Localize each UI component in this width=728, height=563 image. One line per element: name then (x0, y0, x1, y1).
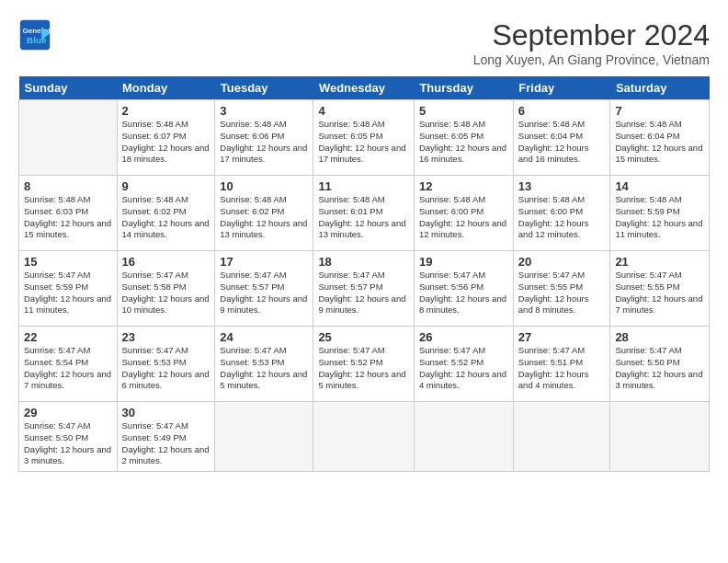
day-cell-14: 14 Sunrise: 5:48 AMSunset: 5:59 PMDaylig… (610, 176, 710, 251)
day-info: Sunrise: 5:48 AMSunset: 6:00 PMDaylight:… (518, 194, 606, 241)
day-number: 12 (419, 179, 508, 193)
day-cell-3: 3 Sunrise: 5:48 AMSunset: 6:06 PMDayligh… (215, 100, 313, 176)
day-number: 25 (318, 330, 409, 344)
day-cell-4: 4 Sunrise: 5:48 AMSunset: 6:05 PMDayligh… (313, 100, 415, 176)
day-info: Sunrise: 5:48 AMSunset: 5:59 PMDaylight:… (615, 194, 704, 241)
day-cell-17: 17 Sunrise: 5:47 AMSunset: 5:57 PMDaylig… (215, 251, 313, 327)
day-info: Sunrise: 5:48 AMSunset: 6:06 PMDaylight:… (220, 119, 308, 166)
day-info: Sunrise: 5:48 AMSunset: 6:00 PMDaylight:… (419, 194, 508, 241)
calendar-table: Sunday Monday Tuesday Wednesday Thursday… (18, 76, 710, 472)
day-cell-13: 13 Sunrise: 5:48 AMSunset: 6:00 PMDaylig… (513, 176, 610, 251)
day-info: Sunrise: 5:47 AMSunset: 5:53 PMDaylight:… (122, 345, 210, 392)
empty-cell (414, 402, 513, 472)
col-thursday: Thursday (414, 76, 513, 100)
empty-cell (513, 402, 610, 472)
logo: General Blue (18, 18, 51, 52)
day-info: Sunrise: 5:47 AMSunset: 5:55 PMDaylight:… (615, 270, 704, 316)
day-info: Sunrise: 5:48 AMSunset: 6:07 PMDaylight:… (122, 119, 210, 166)
week-row-3: 15 Sunrise: 5:47 AMSunset: 5:59 PMDaylig… (19, 251, 710, 327)
week-row-2: 8 Sunrise: 5:48 AMSunset: 6:03 PMDayligh… (19, 176, 710, 251)
col-tuesday: Tuesday (215, 76, 313, 100)
day-info: Sunrise: 5:48 AMSunset: 6:03 PMDaylight:… (24, 194, 112, 241)
week-row-5: 29 Sunrise: 5:47 AMSunset: 5:50 PMDaylig… (19, 402, 710, 472)
day-number: 24 (220, 330, 308, 344)
day-number: 23 (122, 330, 210, 344)
logo-icon: General Blue (18, 18, 51, 52)
day-cell-5: 5 Sunrise: 5:48 AMSunset: 6:05 PMDayligh… (414, 100, 513, 176)
day-number: 10 (220, 179, 308, 193)
day-number: 16 (122, 255, 210, 269)
col-saturday: Saturday (610, 76, 710, 100)
day-cell-19: 19 Sunrise: 5:47 AMSunset: 5:56 PMDaylig… (414, 251, 513, 327)
day-cell-25: 25 Sunrise: 5:47 AMSunset: 5:52 PMDaylig… (313, 327, 415, 402)
day-cell-24: 24 Sunrise: 5:47 AMSunset: 5:53 PMDaylig… (215, 327, 313, 402)
day-cell-16: 16 Sunrise: 5:47 AMSunset: 5:58 PMDaylig… (117, 251, 215, 327)
day-cell-23: 23 Sunrise: 5:47 AMSunset: 5:53 PMDaylig… (117, 327, 215, 402)
day-number: 17 (220, 255, 308, 269)
col-wednesday: Wednesday (313, 76, 415, 100)
empty-cell (215, 402, 313, 472)
day-number: 7 (615, 104, 704, 118)
day-info: Sunrise: 5:48 AMSunset: 6:05 PMDaylight:… (318, 119, 409, 166)
day-number: 5 (419, 104, 508, 118)
day-number: 26 (419, 330, 508, 344)
day-cell-22: 22 Sunrise: 5:47 AMSunset: 5:54 PMDaylig… (19, 327, 118, 402)
day-number: 8 (24, 179, 112, 193)
day-number: 29 (24, 406, 112, 419)
day-info: Sunrise: 5:47 AMSunset: 5:57 PMDaylight:… (220, 270, 308, 316)
col-friday: Friday (513, 76, 610, 100)
location-subtitle: Long Xuyen, An Giang Province, Vietnam (473, 52, 710, 67)
title-area: September 2024 Long Xuyen, An Giang Prov… (473, 18, 710, 67)
day-number: 20 (518, 255, 606, 269)
day-number: 18 (318, 255, 409, 269)
col-sunday: Sunday (19, 76, 118, 100)
week-row-4: 22 Sunrise: 5:47 AMSunset: 5:54 PMDaylig… (19, 327, 710, 402)
day-info: Sunrise: 5:48 AMSunset: 6:04 PMDaylight:… (615, 119, 704, 166)
day-info: Sunrise: 5:48 AMSunset: 6:02 PMDaylight:… (122, 194, 210, 241)
day-cell-15: 15 Sunrise: 5:47 AMSunset: 5:59 PMDaylig… (19, 251, 118, 327)
day-info: Sunrise: 5:47 AMSunset: 5:57 PMDaylight:… (318, 270, 409, 316)
empty-cell (313, 402, 415, 472)
day-cell-26: 26 Sunrise: 5:47 AMSunset: 5:52 PMDaylig… (414, 327, 513, 402)
day-number: 27 (518, 330, 606, 344)
day-cell-21: 21 Sunrise: 5:47 AMSunset: 5:55 PMDaylig… (610, 251, 710, 327)
day-number: 2 (122, 104, 210, 118)
day-cell-20: 20 Sunrise: 5:47 AMSunset: 5:55 PMDaylig… (513, 251, 610, 327)
header: General Blue September 2024 Long Xuyen, … (18, 18, 710, 67)
day-cell-11: 11 Sunrise: 5:48 AMSunset: 6:01 PMDaylig… (313, 176, 415, 251)
day-info: Sunrise: 5:47 AMSunset: 5:50 PMDaylight:… (24, 420, 112, 467)
day-cell-30: 30 Sunrise: 5:47 AMSunset: 5:49 PMDaylig… (117, 402, 215, 472)
day-cell-29: 29 Sunrise: 5:47 AMSunset: 5:50 PMDaylig… (19, 402, 118, 472)
day-info: Sunrise: 5:47 AMSunset: 5:52 PMDaylight:… (318, 345, 409, 392)
day-info: Sunrise: 5:47 AMSunset: 5:51 PMDaylight:… (518, 345, 606, 392)
day-cell-2: 2 Sunrise: 5:48 AMSunset: 6:07 PMDayligh… (117, 100, 215, 176)
day-number: 19 (419, 255, 508, 269)
day-info: Sunrise: 5:48 AMSunset: 6:05 PMDaylight:… (419, 119, 508, 166)
day-info: Sunrise: 5:47 AMSunset: 5:56 PMDaylight:… (419, 270, 508, 316)
day-cell-27: 27 Sunrise: 5:47 AMSunset: 5:51 PMDaylig… (513, 327, 610, 402)
day-info: Sunrise: 5:47 AMSunset: 5:52 PMDaylight:… (419, 345, 508, 392)
day-cell-6: 6 Sunrise: 5:48 AMSunset: 6:04 PMDayligh… (513, 100, 610, 176)
day-info: Sunrise: 5:47 AMSunset: 5:54 PMDaylight:… (24, 345, 112, 392)
day-number: 15 (24, 255, 112, 269)
day-cell-12: 12 Sunrise: 5:48 AMSunset: 6:00 PMDaylig… (414, 176, 513, 251)
day-info: Sunrise: 5:47 AMSunset: 5:49 PMDaylight:… (122, 420, 210, 467)
day-info: Sunrise: 5:48 AMSunset: 6:04 PMDaylight:… (518, 119, 606, 166)
day-info: Sunrise: 5:48 AMSunset: 6:01 PMDaylight:… (318, 194, 409, 241)
empty-cell (19, 100, 118, 176)
day-info: Sunrise: 5:47 AMSunset: 5:53 PMDaylight:… (220, 345, 308, 392)
page: General Blue September 2024 Long Xuyen, … (0, 0, 728, 481)
day-number: 6 (518, 104, 606, 118)
day-number: 30 (122, 406, 210, 419)
week-row-1: 2 Sunrise: 5:48 AMSunset: 6:07 PMDayligh… (19, 100, 710, 176)
day-info: Sunrise: 5:47 AMSunset: 5:59 PMDaylight:… (24, 270, 112, 316)
day-number: 4 (318, 104, 409, 118)
day-number: 3 (220, 104, 308, 118)
day-cell-10: 10 Sunrise: 5:48 AMSunset: 6:02 PMDaylig… (215, 176, 313, 251)
day-number: 14 (615, 179, 704, 193)
day-info: Sunrise: 5:47 AMSunset: 5:58 PMDaylight:… (122, 270, 210, 316)
day-number: 21 (615, 255, 704, 269)
day-info: Sunrise: 5:47 AMSunset: 5:55 PMDaylight:… (518, 270, 606, 316)
day-number: 28 (615, 330, 704, 344)
month-title: September 2024 (473, 18, 710, 52)
